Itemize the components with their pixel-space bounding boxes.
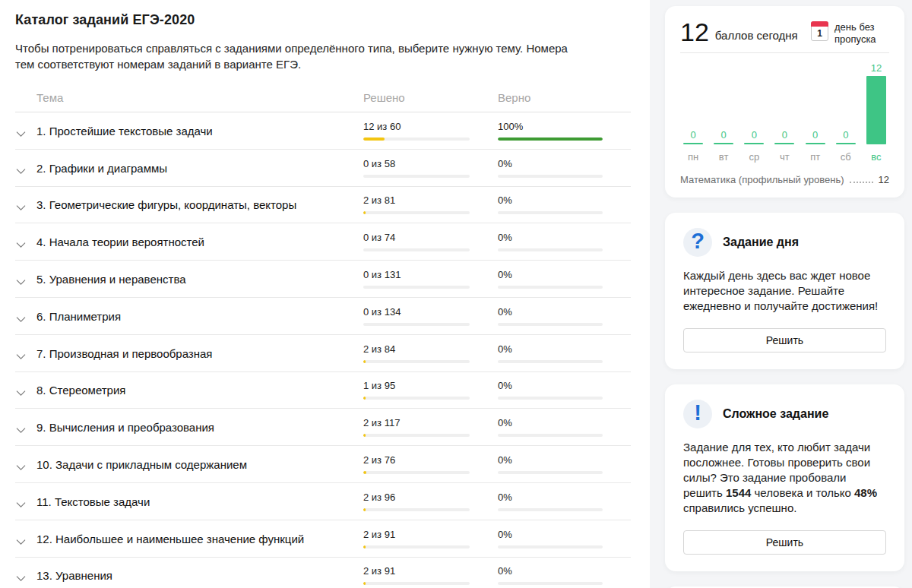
solved-progressbar [363,248,470,251]
solved-progressbar [363,508,470,511]
chevron-down-icon[interactable] [16,238,27,245]
solved-progressbar [363,545,470,548]
topic-row[interactable]: 12. Наибольшее и наименьшее значение фун… [15,520,631,558]
correct-percent: 0% [498,529,603,540]
hard-task-solve-button[interactable]: Решить [683,530,886,555]
topic-label: 5. Уравнения и неравенства [36,273,186,286]
solved-cell: 2 из 91 [363,529,470,548]
score-label: баллов сегодня [715,29,798,42]
chart-bar-value: 0 [690,129,695,141]
hard-task-card: ! Сложное задание Задание для тех, кто л… [665,384,904,571]
chevron-down-icon[interactable] [16,311,27,319]
topic-label: 8. Стереометрия [36,384,125,397]
correct-cell: 0% [498,158,603,178]
solved-cell: 2 из 81 [363,194,470,214]
solved-count: 2 из 91 [363,529,470,540]
correct-cell: 0% [498,417,603,437]
chart-day-label: сб [841,151,851,163]
solved-count: 0 из 74 [363,232,470,243]
solved-cell: 0 из 58 [363,158,470,178]
chevron-down-icon[interactable] [16,386,27,394]
solved-cell: 0 из 131 [363,269,470,289]
topic-row[interactable]: 5. Уравнения и неравенства 0 из 131 0% [15,261,631,298]
topic-row[interactable]: 1. Простейшие текстовые задачи 12 из 60 … [15,112,631,150]
topic-row[interactable]: 6. Планиметрия 0 из 134 0% [15,298,631,335]
streak-block: 1 день без пропуска [811,21,889,46]
solved-count: 2 из 117 [363,417,470,428]
correct-percent: 100% [498,121,603,132]
correct-cell: 0% [498,306,603,326]
chevron-down-icon[interactable] [16,201,27,208]
chart-bar-value: 0 [752,129,757,141]
calendar-icon: 1 [811,21,828,41]
correct-progressbar [498,175,603,178]
table-header: Тема Решено Верно [15,91,631,105]
topic-row[interactable]: 3. Геометрические фигуры, координаты, ве… [15,187,631,224]
correct-percent: 0% [498,454,603,466]
topic-row[interactable]: 2. Графики и диаграммы 0 из 58 0% [15,150,631,187]
solved-cell: 2 из 117 [363,417,470,437]
correct-progressbar [498,471,603,474]
correct-cell: 0% [498,454,603,474]
solved-count: 12 из 60 [363,121,470,132]
chart-bar [683,143,703,144]
topic-label: 11. Текстовые задачи [36,495,150,507]
chart-day-label: пн [688,151,698,163]
correct-percent: 0% [498,417,603,428]
topic-row[interactable]: 9. Вычисления и преобразования 2 из 117 … [15,409,631,446]
topic-label: 4. Начала теории вероятностей [36,236,204,248]
chevron-down-icon[interactable] [16,349,27,356]
correct-percent: 0% [498,306,603,318]
chart-bar-value: 0 [782,129,787,141]
solved-cell: 2 из 96 [363,492,470,511]
correct-cell: 0% [498,343,603,363]
chart-bar-column: 0 чт [773,61,796,163]
topic-row[interactable]: 4. Начала теории вероятностей 0 из 74 0% [15,223,631,261]
chart-bar-value: 0 [812,129,818,141]
topic-row[interactable]: 10. Задачи с прикладным содержанием 2 из… [15,446,631,483]
correct-cell: 0% [498,380,603,400]
correct-progressbar [498,545,603,548]
solved-count: 2 из 96 [363,492,470,503]
topic-row[interactable]: 8. Стереометрия 1 из 95 0% [15,372,631,409]
page-title: Каталог заданий ЕГЭ-2020 [15,12,631,28]
chevron-down-icon[interactable] [16,571,27,579]
solved-count: 0 из 131 [363,269,470,280]
daily-task-text: Каждый день здесь вас ждет новое интерес… [683,268,886,314]
legend-subject-label: Математика (профильный уровень) [680,174,844,185]
topic-row[interactable]: 11. Текстовые задачи 2 из 96 0% [15,483,631,520]
topic-label: 1. Простейшие текстовые задачи [36,124,213,137]
success-percent: 48% [854,486,877,499]
stats-card: 12 баллов сегодня 1 день без пропуска 0 … [665,6,904,198]
chevron-down-icon[interactable] [16,460,27,467]
daily-task-solve-button[interactable]: Решить [683,328,886,352]
correct-cell: 100% [498,121,603,141]
chevron-down-icon[interactable] [16,126,27,134]
chevron-down-icon[interactable] [16,423,27,431]
solved-progressbar [363,471,470,474]
chart-legend-row: Математика (профильный уровень) 12 [680,174,889,185]
chevron-down-icon[interactable] [16,534,27,542]
correct-progressbar [498,138,603,141]
topic-row[interactable]: 13. Уравнения 2 из 91 0% [15,558,631,588]
topic-row[interactable]: 7. Производная и первообразная 2 из 84 0… [15,335,631,372]
correct-progressbar [498,211,603,214]
correct-progressbar [498,360,603,363]
daily-task-title: Задание дня [723,236,799,249]
correct-percent: 0% [498,158,603,169]
chevron-down-icon[interactable] [16,274,27,282]
topic-label: 10. Задачи с прикладным содержанием [36,458,247,471]
topic-label: 13. Уравнения [36,569,112,582]
correct-cell: 0% [498,492,603,511]
correct-progressbar [498,286,603,289]
chevron-down-icon[interactable] [16,163,27,171]
solved-count: 0 из 58 [363,158,470,169]
correct-cell: 0% [498,194,603,214]
correct-cell: 0% [498,232,603,251]
correct-percent: 0% [498,232,603,243]
topic-label: 12. Наибольшее и наименьшее значение фун… [36,532,304,545]
score-value: 12 [680,16,709,48]
topic-label: 9. Вычисления и преобразования [36,421,214,434]
task-catalog: Каталог заданий ЕГЭ-2020 Чтобы потрениро… [15,0,631,588]
chevron-down-icon[interactable] [16,497,27,504]
